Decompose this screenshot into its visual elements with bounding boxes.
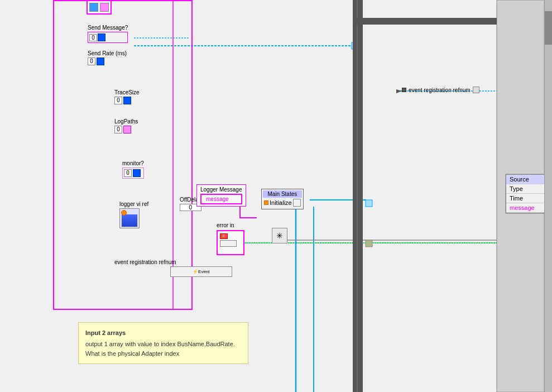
- monitor-group: monitor? 0: [122, 160, 144, 179]
- tooltip-line2: output 1 array with value to index BusNa…: [85, 340, 241, 349]
- send-message-value[interactable]: 0: [89, 34, 97, 41]
- trace-size-value[interactable]: 0: [114, 97, 122, 104]
- error-in-label: error in: [217, 222, 234, 228]
- logger-vi-ref-label: logger vi ref: [119, 201, 148, 207]
- logger-message-block: Logger Message message: [196, 184, 246, 207]
- tooltip-line1: Input 2 arrays: [85, 328, 241, 338]
- svg-point-14: [353, 44, 357, 48]
- main-states-inner: Initialize: [263, 198, 302, 208]
- send-rate-value[interactable]: 0: [88, 58, 95, 65]
- panel-item-source: Source: [506, 175, 547, 184]
- event-reg-refnum-bottom-group: event registration refnum ⚡Event: [114, 259, 176, 277]
- canvas: Send Message? 0 Send Rate (ms) 0 TraceSi…: [0, 0, 552, 392]
- send-rate-controls: 0: [88, 58, 127, 65]
- log-paths-group: LogPaths 0: [114, 118, 138, 133]
- send-rate-group: Send Rate (ms) 0: [88, 50, 127, 65]
- error-in-row1: F: [220, 233, 241, 239]
- right-panel-items: Source Type Time message: [506, 174, 548, 213]
- log-paths-label: LogPaths: [114, 118, 138, 125]
- panel-item-message: message: [506, 203, 547, 213]
- trace-size-indicator: [123, 97, 131, 104]
- trace-size-group: TraceSize 0: [114, 89, 140, 104]
- logger-message-inner: message: [200, 194, 242, 204]
- svg-point-15: [353, 198, 357, 202]
- tooltip-box: Input 2 arrays output 1 array with value…: [78, 322, 248, 365]
- main-pink-container: Send Message? 0 Send Rate (ms) 0 TraceSi…: [53, 0, 193, 310]
- svg-rect-12: [498, 60, 506, 68]
- send-message-group: Send Message? 0: [88, 25, 128, 43]
- send-message-controls: 0: [88, 32, 128, 43]
- panel-item-time: Time: [506, 194, 547, 203]
- send-message-label: Send Message?: [88, 25, 128, 31]
- send-rate-label: Send Rate (ms): [88, 50, 127, 56]
- log-paths-value[interactable]: 0: [114, 126, 122, 133]
- error-code-box: [220, 240, 237, 247]
- main-states-text: Initialize: [270, 199, 292, 206]
- event-reg-refnum-top-group: event registration refnum: [402, 87, 479, 93]
- error-in-controls: F: [220, 233, 241, 252]
- logger-vi-ref-group: logger vi ref: [119, 201, 148, 228]
- error-in-box: F: [217, 230, 244, 255]
- scroll-thumb[interactable]: [545, 11, 552, 45]
- tooltip-line3: What is the physical Adapter index: [85, 349, 241, 358]
- monitor-controls: 0: [122, 168, 144, 179]
- svg-marker-13: [396, 89, 402, 93]
- error-indicator: F: [220, 233, 228, 239]
- event-reg-box: ⚡Event: [170, 266, 232, 277]
- func-symbol: ✳: [276, 231, 283, 240]
- svg-point-16: [353, 241, 357, 245]
- trace-size-controls: 0: [114, 97, 140, 104]
- event-reg-arrow: [402, 88, 406, 92]
- svg-rect-18: [366, 200, 372, 207]
- trace-size-label: TraceSize: [114, 89, 140, 95]
- event-icon: ⚡Event: [173, 269, 229, 274]
- monitor-label: monitor?: [122, 160, 144, 166]
- svg-rect-17: [366, 240, 372, 247]
- logger-message-text: message: [206, 196, 229, 202]
- main-states-arrow: [264, 200, 268, 205]
- logger-vi-ref-icon: [121, 210, 127, 216]
- log-paths-indicator: [123, 126, 131, 133]
- send-rate-indicator: [97, 58, 104, 65]
- send-message-indicator: [98, 34, 105, 41]
- logger-message-title: Logger Message: [200, 187, 242, 193]
- logger-vi-ref-visual: [122, 214, 137, 227]
- main-states-block: Main States Initialize: [261, 189, 304, 209]
- event-reg-top-label: event registration refnum: [409, 87, 471, 93]
- main-states-title: Main States: [263, 190, 302, 198]
- right-scrollbar[interactable]: [544, 0, 552, 392]
- monitor-value[interactable]: 0: [124, 169, 132, 177]
- monitor-indicator: [133, 169, 141, 177]
- error-in-text: error in: [217, 222, 234, 228]
- svg-rect-9: [352, 42, 358, 49]
- svg-rect-19: [353, 0, 363, 392]
- log-paths-controls: 0: [114, 126, 138, 133]
- main-states-output: [293, 199, 301, 207]
- function-block: ✳: [272, 228, 287, 243]
- event-reg-top-box: [473, 87, 479, 93]
- panel-item-type: Type: [506, 184, 547, 194]
- event-reg-refnum-bottom-label: event registration refnum: [114, 259, 176, 265]
- logger-vi-ref-box: [119, 208, 140, 228]
